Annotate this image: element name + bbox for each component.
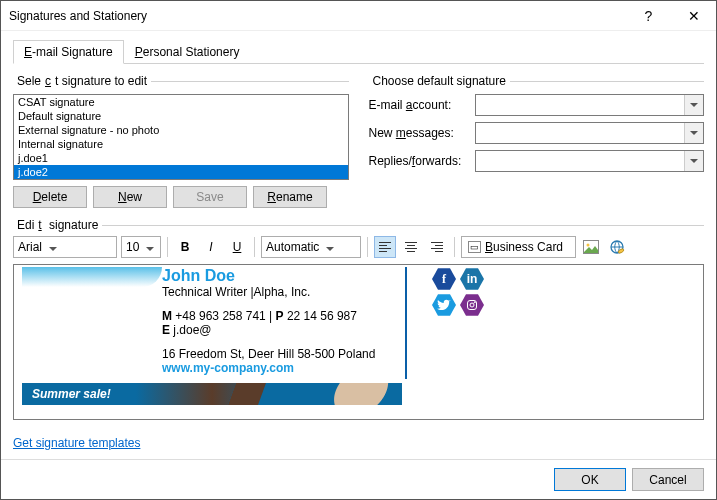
save-button: Save <box>173 186 247 208</box>
select-signature-label: Select signature to edit <box>13 74 151 88</box>
tab-personal-stationery[interactable]: Personal Stationery <box>124 40 251 64</box>
facebook-icon: f <box>432 267 456 291</box>
font-family-select[interactable]: Arial <box>13 236 117 258</box>
italic-button[interactable]: I <box>200 236 222 258</box>
signature-title: Technical Writer |Alpha, Inc. <box>162 285 375 299</box>
signature-logo-area <box>22 267 162 379</box>
upper-row: Select signature to edit Select signatur… <box>13 74 704 208</box>
edit-signature-section: Edit signature Edit signature Arial 10 B… <box>13 218 704 420</box>
social-icons: f in <box>432 267 486 317</box>
format-toolbar: Arial 10 B I U Automatic ▭Business Card … <box>13 232 704 262</box>
signature-email: E j.doe@ <box>162 323 375 337</box>
separator <box>367 237 368 257</box>
edit-signature-label: Edit signature <box>13 218 102 232</box>
new-messages-select[interactable] <box>475 122 705 144</box>
email-account-label: E-mail account: <box>369 98 469 112</box>
list-item[interactable]: Internal signature <box>14 137 348 151</box>
list-item[interactable]: j.doe1 <box>14 151 348 165</box>
group-select-signature: Select signature to edit Select signatur… <box>13 74 349 208</box>
align-center-button[interactable] <box>400 236 422 258</box>
get-templates-link[interactable]: Get signature templates <box>13 436 704 450</box>
twitter-icon <box>432 293 456 317</box>
align-left-button[interactable] <box>374 236 396 258</box>
signature-name: John Doe <box>162 267 375 285</box>
signature-listbox[interactable]: CSAT signature Default signature Externa… <box>13 94 349 180</box>
font-size-select[interactable]: 10 <box>121 236 161 258</box>
bold-button[interactable]: B <box>174 236 196 258</box>
replies-forwards-label: Replies/forwards: <box>369 154 469 168</box>
underline-button[interactable]: U <box>226 236 248 258</box>
font-color-select[interactable]: Automatic <box>261 236 361 258</box>
svg-point-5 <box>470 303 474 307</box>
business-card-button[interactable]: ▭Business Card <box>461 236 576 258</box>
rename-button[interactable]: Rename <box>253 186 327 208</box>
help-button[interactable]: ? <box>626 1 671 31</box>
list-item[interactable]: Default signature <box>14 109 348 123</box>
signature-editor[interactable]: John Doe Technical Writer |Alpha, Inc. M… <box>13 264 704 420</box>
new-messages-label: New messages: <box>369 126 469 140</box>
promo-banner: Summer sale! <box>22 383 402 405</box>
window-title: Signatures and Stationery <box>9 9 626 23</box>
group-default-signature: Choose default signature E-mail account:… <box>369 74 705 208</box>
new-button[interactable]: New <box>93 186 167 208</box>
replies-forwards-select[interactable] <box>475 150 705 172</box>
list-item[interactable]: External signature - no photo <box>14 123 348 137</box>
dialog-window: Signatures and Stationery ? ✕ E-mail Sig… <box>0 0 717 500</box>
svg-point-6 <box>474 302 475 303</box>
separator <box>254 237 255 257</box>
svg-point-1 <box>587 244 590 247</box>
close-button[interactable]: ✕ <box>671 1 716 31</box>
content-area: E-mail Signature Personal Stationery E-m… <box>1 31 716 459</box>
default-signature-label: Choose default signature <box>369 74 510 88</box>
linkedin-icon: in <box>460 267 484 291</box>
instagram-icon <box>460 293 484 317</box>
signature-website: www.my-company.com <box>162 361 375 375</box>
cancel-button[interactable]: Cancel <box>632 468 704 491</box>
company-logo <box>22 267 162 287</box>
titlebar: Signatures and Stationery ? ✕ <box>1 1 716 31</box>
insert-picture-button[interactable] <box>580 236 602 258</box>
signature-phone: M +48 963 258 741 | P 22 14 56 987 <box>162 309 375 323</box>
tab-email-signature[interactable]: E-mail Signature <box>13 40 124 64</box>
tab-strip: E-mail Signature Personal Stationery E-m… <box>13 39 704 64</box>
dialog-footer: OK Cancel <box>1 459 716 499</box>
signature-action-buttons: Delete New Save Rename DeleteNewRename <box>13 186 349 208</box>
signature-address: 16 Freedom St, Deer Hill 58-500 Poland <box>162 347 375 361</box>
separator <box>454 237 455 257</box>
insert-hyperlink-button[interactable] <box>606 236 628 258</box>
list-item[interactable]: CSAT signature <box>14 95 348 109</box>
separator <box>167 237 168 257</box>
delete-button[interactable]: Delete <box>13 186 87 208</box>
ok-button[interactable]: OK <box>554 468 626 491</box>
align-right-button[interactable] <box>426 236 448 258</box>
list-item[interactable]: j.doe2 <box>14 165 348 179</box>
email-account-select[interactable] <box>475 94 705 116</box>
signature-text: John Doe Technical Writer |Alpha, Inc. M… <box>162 267 407 379</box>
